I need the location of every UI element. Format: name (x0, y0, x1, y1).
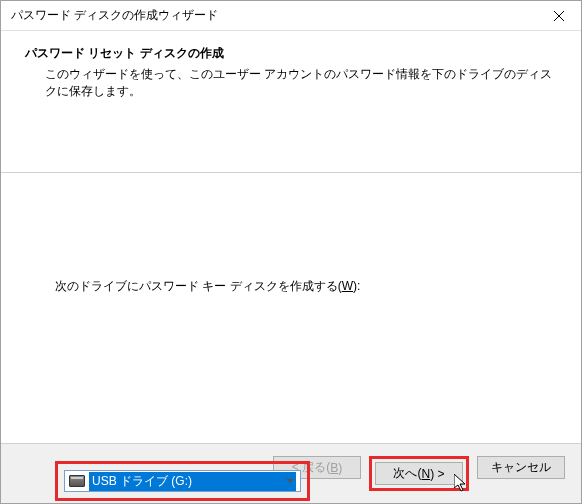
dropdown-highlight-box: USB ドライブ (G:) (55, 461, 310, 501)
close-icon (554, 11, 564, 21)
close-button[interactable] (536, 1, 581, 30)
next-highlight-box: 次へ(N) > (369, 456, 469, 491)
titlebar: パスワード ディスクの作成ウィザード (1, 1, 581, 31)
header-description: このウィザードを使って、このユーザー アカウントのパスワード情報を下のドライブの… (25, 66, 557, 100)
drive-selected-value: USB ドライブ (G:) (89, 472, 296, 491)
drive-icon (69, 475, 85, 487)
wizard-header: パスワード リセット ディスクの作成 このウィザードを使って、このユーザー アカ… (1, 31, 581, 110)
window-title: パスワード ディスクの作成ウィザード (11, 7, 218, 24)
drive-select[interactable]: USB ドライブ (G:) (64, 470, 301, 492)
wizard-content: 次のドライブにパスワード キー ディスクを作成する(W): USB ドライブ (… (1, 173, 581, 443)
cancel-button[interactable]: キャンセル (477, 456, 565, 479)
header-title: パスワード リセット ディスクの作成 (25, 45, 557, 62)
drive-prompt: 次のドライブにパスワード キー ディスクを作成する(W): (55, 278, 360, 295)
wizard-window: パスワード ディスクの作成ウィザード パスワード リセット ディスクの作成 この… (0, 0, 582, 504)
next-button[interactable]: 次へ(N) > (375, 462, 463, 485)
chevron-down-icon (286, 479, 294, 483)
